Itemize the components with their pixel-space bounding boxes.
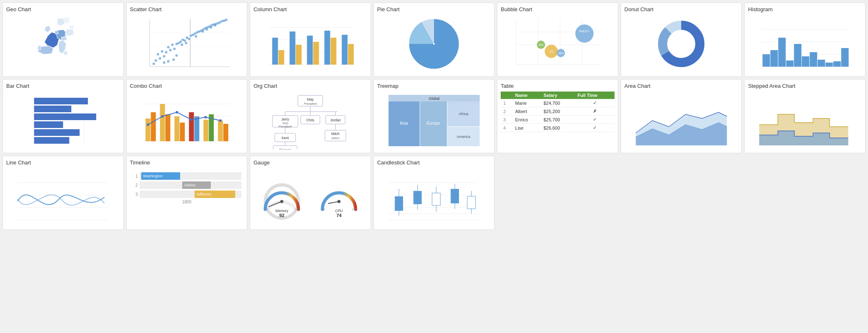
svg-point-19 — [183, 39, 186, 42]
donut-chart-title: Donut Chart — [624, 6, 738, 12]
table-cell-name: Marie — [513, 99, 541, 107]
line-chart-card: Line Chart — [2, 156, 124, 230]
pie-chart-title: Pie Chart — [377, 6, 491, 12]
bar-chart-title: Bar Chart — [6, 83, 120, 89]
area-svg — [624, 92, 738, 150]
svg-text:Mitch: Mitch — [331, 132, 340, 136]
candlestick-chart-card: Candlestick Chart — [374, 156, 495, 230]
donut-chart-card: Donut Chart — [621, 2, 742, 77]
svg-point-182 — [337, 200, 340, 203]
table-cell-fulltime: ✓ — [575, 99, 615, 107]
scatter-svg — [130, 15, 244, 73]
svg-rect-56 — [272, 38, 278, 65]
svg-point-36 — [219, 21, 221, 24]
svg-point-40 — [152, 63, 155, 65]
table-cell-num: 1 — [501, 99, 513, 107]
svg-text:May: May — [307, 97, 314, 101]
svg-rect-106 — [34, 106, 71, 112]
bubble-svg: RIEGY US DEU IRN — [501, 15, 615, 73]
svg-rect-109 — [34, 129, 80, 136]
svg-point-47 — [210, 26, 212, 29]
svg-rect-116 — [151, 112, 156, 141]
svg-point-6 — [159, 57, 161, 60]
svg-point-23 — [192, 34, 194, 36]
svg-text:Asia: Asia — [400, 121, 408, 125]
svg-rect-194 — [413, 191, 422, 204]
svg-rect-101 — [841, 48, 849, 67]
svg-point-51 — [225, 19, 227, 21]
timeline-track: Washington — [140, 172, 242, 180]
svg-rect-62 — [324, 31, 330, 65]
memory-gauge-svg: Memory 92 0 140 — [260, 180, 304, 223]
svg-rect-63 — [330, 38, 336, 65]
gauge-area: Memory 92 0 140 CPU 74 0 140 — [253, 168, 367, 230]
svg-point-7 — [157, 53, 159, 56]
svg-rect-98 — [818, 60, 825, 67]
svg-rect-200 — [467, 196, 475, 209]
svg-text:Memory: Memory — [275, 209, 289, 213]
svg-text:US: US — [550, 50, 554, 53]
data-table: Name Salary Full Time 1 Marie $24,700 ✓ … — [501, 92, 615, 132]
svg-point-74 — [576, 24, 594, 43]
svg-text:140: 140 — [352, 208, 357, 211]
svg-rect-99 — [826, 63, 833, 67]
timeline-bar: Washington — [141, 172, 180, 180]
svg-point-86 — [669, 31, 694, 56]
svg-point-16 — [177, 42, 180, 44]
svg-line-181 — [328, 202, 339, 204]
table-title: Table — [501, 83, 615, 89]
svg-point-20 — [186, 36, 188, 39]
combo-chart-title: Combo Chart — [130, 83, 244, 89]
timeline-row: 2 Adams — [132, 181, 242, 189]
org-chart-area: May President Jerry Vice President Chris — [253, 92, 367, 150]
stepped-svg — [748, 92, 862, 150]
treemap-svg: Global Asia Europe Africa America — [377, 92, 491, 150]
table-row: 3 Enrico $25,700 ✓ — [501, 116, 615, 124]
svg-point-44 — [195, 35, 197, 38]
treemap-area: Global Asia Europe Africa America — [377, 92, 491, 150]
svg-point-66 — [433, 43, 435, 45]
timeline-card: Timeline 1 Washington 2 Adams 3 Jefferso… — [126, 156, 248, 230]
svg-text:140: 140 — [295, 208, 299, 211]
svg-text:Kent: Kent — [282, 136, 289, 140]
table-area: Name Salary Full Time 1 Marie $24,700 ✓ … — [501, 92, 615, 132]
bubble-chart-card: Bubble Chart RIEGY US DEU — [497, 2, 618, 77]
svg-rect-58 — [289, 31, 295, 65]
combo-chart-card: Combo Chart — [126, 79, 248, 153]
svg-point-21 — [188, 38, 190, 40]
column-chart-card: Column Chart — [250, 2, 371, 77]
svg-rect-100 — [834, 61, 841, 67]
svg-rect-198 — [451, 189, 459, 203]
svg-rect-192 — [395, 196, 403, 211]
svg-point-38 — [167, 60, 169, 63]
svg-point-24 — [194, 32, 196, 35]
histogram-svg — [748, 15, 862, 73]
table-card: Table Name Salary Full Time 1 Marie $24,… — [497, 79, 618, 153]
cpu-gauge-svg: CPU 74 0 140 — [317, 180, 361, 223]
svg-rect-196 — [432, 193, 440, 205]
table-cell-name: Enrico — [513, 116, 541, 124]
treemap-title: Treemap — [377, 83, 491, 89]
svg-rect-64 — [342, 35, 347, 65]
svg-point-48 — [214, 24, 216, 27]
svg-point-17 — [179, 41, 182, 43]
svg-text:92: 92 — [279, 213, 285, 218]
svg-rect-57 — [278, 50, 284, 65]
gauge-card: Gauge — [250, 156, 371, 230]
gauge-title: Gauge — [253, 159, 367, 166]
org-svg: May President Jerry Vice President Chris — [253, 92, 367, 150]
svg-rect-61 — [313, 42, 319, 65]
scatter-chart-card: Scatter Chart — [126, 2, 248, 77]
histogram-card: Histogram — [744, 2, 866, 77]
table-header-blank — [501, 92, 513, 99]
timeline-bar: Jefferson — [195, 191, 236, 198]
svg-point-39 — [172, 58, 175, 61]
svg-rect-91 — [763, 54, 770, 67]
svg-text:CPU: CPU — [335, 209, 342, 213]
svg-point-14 — [171, 43, 174, 46]
svg-point-12 — [167, 46, 169, 48]
svg-text:Africa: Africa — [458, 112, 468, 116]
chart-grid: Geo Chart — [0, 0, 868, 232]
table-row: 4 Lise $26,600 ✓ — [501, 124, 615, 132]
donut-chart-area — [624, 15, 738, 73]
